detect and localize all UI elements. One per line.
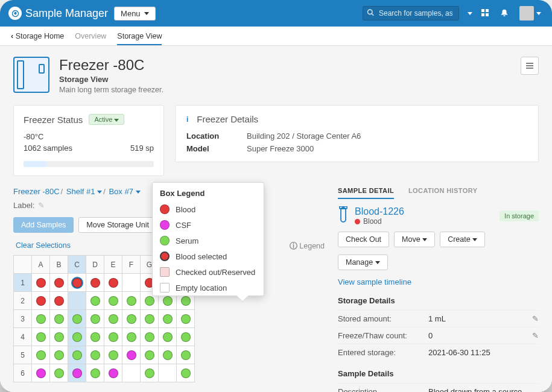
search-input[interactable]	[363, 6, 459, 21]
grid-cell[interactable]	[86, 364, 104, 382]
grid-col-header[interactable]: E	[104, 256, 122, 274]
manage-button[interactable]: Manage	[338, 254, 388, 270]
page-menu-button[interactable]	[521, 57, 539, 75]
grid-cell[interactable]	[68, 292, 86, 310]
nav-storage-home[interactable]: ‹ Storage Home	[11, 32, 64, 40]
grid-cell[interactable]	[86, 328, 104, 346]
grid-cell[interactable]	[159, 346, 177, 364]
grid-cell[interactable]	[122, 292, 141, 310]
grid-cell[interactable]	[104, 310, 122, 328]
crumb-freezer[interactable]: Freezer -80C	[13, 187, 60, 196]
grid-cell[interactable]	[68, 364, 86, 382]
grid-cell[interactable]	[177, 346, 195, 364]
notifications-icon[interactable]	[498, 6, 511, 21]
search-wrap	[363, 6, 459, 21]
view-timeline-link[interactable]: View sample timeline	[338, 277, 539, 286]
user-menu[interactable]	[517, 4, 544, 23]
crumb-shelf[interactable]: Shelf #1	[66, 187, 102, 196]
checkout-button[interactable]: Check Out	[338, 232, 389, 247]
grid-row-header[interactable]: 4	[14, 328, 32, 346]
legend-toggle[interactable]: ⓘ Legend	[290, 241, 325, 251]
crumb-box[interactable]: Box #7	[109, 187, 140, 196]
grid-cell[interactable]	[104, 292, 122, 310]
grid-cell[interactable]	[177, 364, 195, 382]
grid-cell[interactable]	[68, 328, 86, 346]
grid-cell[interactable]	[104, 364, 122, 382]
grid-col-header[interactable]: A	[32, 256, 50, 274]
grid-cell[interactable]	[50, 346, 68, 364]
grid-cell[interactable]	[122, 274, 141, 292]
grid-col-header[interactable]: D	[86, 256, 104, 274]
grid-cell[interactable]	[104, 346, 122, 364]
grid-cell[interactable]	[32, 346, 50, 364]
location-value: Building 202 / Storage Center A6	[247, 131, 361, 141]
grid-cell[interactable]	[50, 292, 68, 310]
grid-cell[interactable]	[32, 364, 50, 382]
grid-cell[interactable]	[122, 328, 141, 346]
grid-cell[interactable]	[68, 346, 86, 364]
grid-cell[interactable]	[159, 328, 177, 346]
grid-cell[interactable]	[177, 328, 195, 346]
grid-cell[interactable]	[141, 346, 159, 364]
grid-cell[interactable]	[122, 310, 141, 328]
grid-cell[interactable]	[159, 310, 177, 328]
grid-cell[interactable]	[104, 274, 122, 292]
model-value: Super Freeze 3000	[247, 144, 314, 153]
grid-cell[interactable]	[86, 274, 104, 292]
grid-cell[interactable]	[122, 346, 141, 364]
brand[interactable]: ⦿ Sample Manager	[8, 7, 108, 20]
grid-cell[interactable]	[50, 274, 68, 292]
grid-cell[interactable]	[159, 364, 177, 382]
clear-selections-link[interactable]: Clear Selections	[16, 241, 71, 251]
menu-button[interactable]: Menu	[114, 7, 156, 21]
grid-cell[interactable]	[177, 310, 195, 328]
label-label: Label:	[13, 201, 34, 210]
grid-cell[interactable]	[50, 310, 68, 328]
grid-cell[interactable]	[32, 328, 50, 346]
edit-icon[interactable]: ✎	[532, 314, 539, 323]
grid-row-header[interactable]: 1	[14, 274, 32, 292]
grid-col-header[interactable]: F	[122, 256, 141, 274]
grid-cell[interactable]	[141, 310, 159, 328]
grid-col-header[interactable]: B	[50, 256, 68, 274]
tab-location-history[interactable]: LOCATION HISTORY	[408, 187, 477, 199]
grid-cell[interactable]	[122, 364, 141, 382]
svg-rect-3	[486, 9, 489, 12]
grid-cell[interactable]	[86, 292, 104, 310]
apps-icon[interactable]	[478, 6, 492, 21]
tab-sample-detail[interactable]: SAMPLE DETAIL	[338, 187, 394, 199]
grid-cell[interactable]	[86, 346, 104, 364]
grid-cell[interactable]	[68, 274, 86, 292]
grid-cell[interactable]	[141, 364, 159, 382]
grid-col-header[interactable]: C	[68, 256, 86, 274]
grid-cell[interactable]	[32, 292, 50, 310]
search-scope-caret-icon[interactable]	[468, 12, 472, 15]
legend-item: CSF	[153, 217, 264, 233]
freezer-icon	[13, 57, 49, 93]
grid-row-header[interactable]: 6	[14, 364, 32, 382]
grid-cell[interactable]	[32, 310, 50, 328]
svg-rect-9	[341, 207, 346, 222]
grid-cell[interactable]	[104, 328, 122, 346]
svg-rect-5	[486, 13, 489, 16]
grid-row-header[interactable]: 5	[14, 346, 32, 364]
grid-row-header[interactable]: 2	[14, 292, 32, 310]
edit-label-icon[interactable]: ✎	[38, 201, 45, 210]
sample-name-link[interactable]: Blood-1226	[355, 206, 404, 217]
grid-cell[interactable]	[50, 328, 68, 346]
grid-cell[interactable]	[86, 310, 104, 328]
nav-overview[interactable]: Overview	[75, 32, 106, 40]
move-sample-button[interactable]: Move	[394, 232, 435, 247]
create-button[interactable]: Create	[440, 232, 485, 247]
move-storage-button[interactable]: Move Storage Unit	[78, 217, 157, 233]
edit-icon[interactable]: ✎	[532, 331, 539, 340]
grid-row-header[interactable]: 3	[14, 310, 32, 328]
nav-storage-view[interactable]: Storage View	[117, 32, 162, 45]
grid-cell[interactable]	[68, 310, 86, 328]
grid-cell[interactable]	[32, 274, 50, 292]
grid-cell[interactable]	[50, 364, 68, 382]
detail-row-entered-storage: Entered storage: 2021-06-30 11:25	[338, 344, 539, 361]
add-samples-button[interactable]: Add Samples	[13, 217, 74, 233]
status-badge[interactable]: Active	[89, 114, 124, 125]
grid-cell[interactable]	[141, 328, 159, 346]
